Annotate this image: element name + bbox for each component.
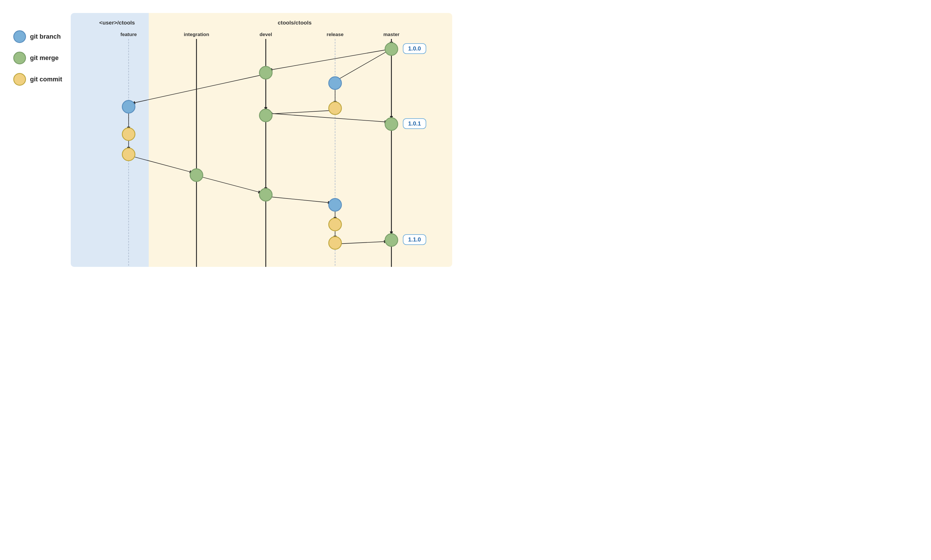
master-to-devel-merge1 bbox=[269, 50, 387, 70]
devel-to-master-merge2 bbox=[270, 113, 388, 122]
legend-branch-label: git branch bbox=[30, 33, 61, 40]
col-master: master bbox=[383, 32, 400, 37]
release-commit-to-devel-merge2 bbox=[269, 111, 332, 114]
master-to-release-branch bbox=[337, 51, 387, 80]
col-release: release bbox=[327, 32, 344, 37]
commit-circle-icon bbox=[13, 73, 26, 86]
col-devel: devel bbox=[259, 32, 272, 37]
node-master-merge3 bbox=[385, 234, 398, 246]
node-release-commit3 bbox=[329, 237, 341, 249]
version-badge-100: 1.0.0 bbox=[403, 43, 426, 54]
node-master-merge2 bbox=[385, 118, 398, 131]
legend: git branch git merge git commit bbox=[13, 13, 62, 86]
node-feature-branch bbox=[122, 100, 135, 113]
col-feature: feature bbox=[120, 32, 137, 37]
release-to-master-merge3 bbox=[339, 242, 387, 244]
node-devel-merge1 bbox=[259, 66, 272, 79]
node-feature-commit2 bbox=[122, 148, 135, 161]
devel-to-release-branch2 bbox=[270, 197, 331, 203]
node-devel-merge3 bbox=[259, 188, 272, 201]
col-integration: integration bbox=[184, 32, 209, 37]
node-feature-commit1 bbox=[122, 128, 135, 140]
node-release-commit1 bbox=[329, 102, 341, 115]
node-release-branch2 bbox=[329, 198, 341, 211]
node-devel-merge2 bbox=[259, 109, 272, 122]
org-repo-header: ctools/ctools bbox=[278, 20, 312, 26]
integration-to-devel-merge2 bbox=[201, 177, 262, 193]
legend-commit: git commit bbox=[13, 73, 62, 86]
merge-circle-icon bbox=[13, 52, 26, 64]
version-badge-110: 1.1.0 bbox=[403, 234, 426, 245]
feature-to-integration-merge bbox=[133, 156, 193, 172]
node-release-branch1 bbox=[329, 77, 341, 89]
legend-merge: git merge bbox=[13, 52, 62, 64]
legend-merge-label: git merge bbox=[30, 54, 59, 62]
main-container: git branch git merge git commit <user>/c… bbox=[8, 7, 458, 273]
node-master-merge1 bbox=[385, 43, 398, 55]
diagram-area: <user>/ctools ctools/ctools feature inte… bbox=[71, 13, 452, 267]
legend-branch: git branch bbox=[13, 30, 62, 43]
user-repo-header: <user>/ctools bbox=[99, 20, 135, 26]
diagram-svg: <user>/ctools ctools/ctools feature inte… bbox=[71, 13, 452, 267]
version-badge-101: 1.0.1 bbox=[403, 118, 426, 129]
branch-circle-icon bbox=[13, 30, 26, 43]
node-release-commit2 bbox=[329, 218, 341, 231]
node-integration-merge bbox=[190, 169, 203, 182]
legend-commit-label: git commit bbox=[30, 75, 62, 83]
